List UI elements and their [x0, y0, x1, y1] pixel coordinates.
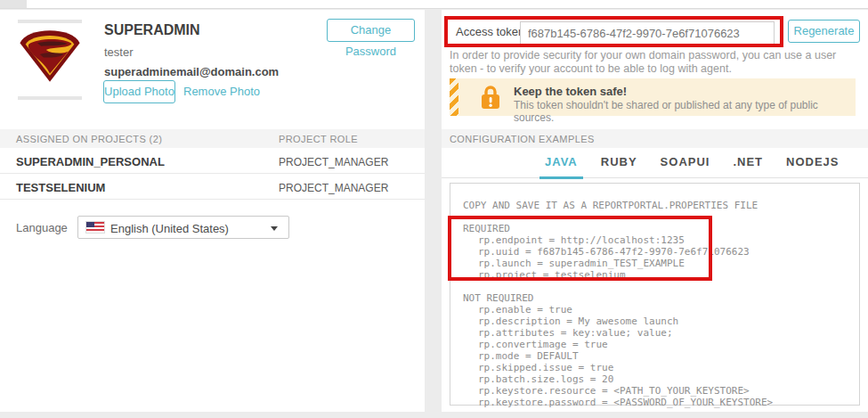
token-warning: Keep the token safe! This token shouldn'… [450, 78, 856, 116]
chevron-down-icon [271, 226, 278, 231]
code-line: rp.keystore.password = <PASSWORD_OF_YOUR… [463, 397, 859, 408]
warning-text: This token shouldn't be shared or publis… [514, 99, 856, 124]
access-token-label: Access token [456, 25, 524, 38]
code-line: rp.mode = DEFAULT [463, 350, 859, 362]
user-avatar [16, 20, 84, 100]
change-password-button[interactable]: Change Password [327, 19, 415, 42]
code-line: rp.keystore.resource = <PATH_TO_YOUR_KEY… [463, 385, 859, 397]
warning-title: Keep the token safe! [514, 85, 627, 98]
code-line: rp.uuid = f687b145-6786-47f2-9970-7e6f71… [463, 246, 859, 258]
role-header-label: PROJECT ROLE [279, 134, 358, 144]
not-required-label: NOT REQUIRED [463, 292, 859, 304]
upload-photo-button[interactable]: Upload Photo [103, 80, 175, 103]
corner-block [0, 0, 27, 8]
code-header: COPY AND SAVE IT AS A REPORTPORTAL.PROPE… [463, 200, 859, 211]
code-line: rp.project = testselenium [463, 269, 859, 281]
avatar-letterbox-top [18, 20, 82, 23]
user-email: superadminemail@domain.com [104, 65, 279, 78]
avatar-letterbox-bottom [18, 96, 82, 100]
project-role: PROJECT_MANAGER [279, 182, 388, 194]
top-strip [0, 0, 868, 9]
project-name: SUPERADMIN_PERSONAL [16, 155, 165, 168]
projects-table-header: ASSIGNED ON PROJECTS (2) PROJECT ROLE [0, 129, 425, 148]
table-row: SUPERADMIN_PERSONAL PROJECT_MANAGER [0, 148, 425, 174]
config-tabs: JAVA RUBY SOAPUI .NET NODEJS [442, 151, 868, 178]
tab-nodejs[interactable]: NODEJS [781, 155, 844, 179]
profile-page: SUPERADMIN tester superadminemail@domain… [0, 0, 868, 418]
tab-soapui[interactable]: SOAPUI [655, 155, 716, 179]
configuration-examples-header: CONFIGURATION EXAMPLES [442, 129, 868, 148]
tab-java[interactable]: JAVA [539, 155, 583, 179]
tab-ruby[interactable]: RUBY [596, 155, 643, 179]
code-line: rp.batch.size.logs = 20 [463, 373, 859, 385]
token-panel: Access token Regenerate In order to prov… [442, 10, 868, 412]
table-row: TESTSELENIUM PROJECT_MANAGER [0, 174, 425, 200]
user-name: SUPERADMIN [104, 22, 200, 38]
hazard-stripes [450, 78, 458, 116]
project-role: PROJECT_MANAGER [279, 156, 388, 168]
us-flag-icon [86, 222, 104, 233]
language-label: Language [16, 221, 68, 234]
code-line: rp.skipped.issue = true [463, 362, 859, 373]
language-select[interactable]: English (United States) [77, 216, 289, 239]
configuration-examples-label: CONFIGURATION EXAMPLES [450, 134, 595, 144]
projects-header-label: ASSIGNED ON PROJECTS (2) [16, 134, 162, 144]
access-token-input[interactable] [520, 21, 775, 45]
code-line: rp.endpoint = http://localhost:1235 [463, 234, 859, 246]
user-subtitle: tester [104, 45, 134, 59]
code-line: rp.description = My awesome launch [463, 316, 859, 327]
language-selected-value: English (United States) [110, 222, 229, 235]
regenerate-button[interactable]: Regenerate [788, 20, 860, 43]
remove-photo-button[interactable]: Remove Photo [183, 85, 260, 98]
token-description: In order to provide security for your ow… [450, 49, 852, 76]
project-name: TESTSELENIUM [16, 181, 105, 194]
code-line: rp.attributes = key:value; value; [463, 327, 859, 339]
code-line: rp.enable = true [463, 304, 859, 316]
superman-logo-icon [19, 28, 81, 85]
required-label: REQUIRED [463, 223, 859, 234]
tab-dotnet[interactable]: .NET [727, 155, 768, 179]
lock-warning-icon [480, 85, 501, 111]
profile-panel: SUPERADMIN tester superadminemail@domain… [0, 10, 425, 412]
code-line: rp.launch = superadmin_TEST_EXAMPLE [463, 258, 859, 269]
config-code-block: COPY AND SAVE IT AS A REPORTPORTAL.PROPE… [450, 183, 860, 406]
code-line: rp.convertimage = true [463, 339, 859, 350]
